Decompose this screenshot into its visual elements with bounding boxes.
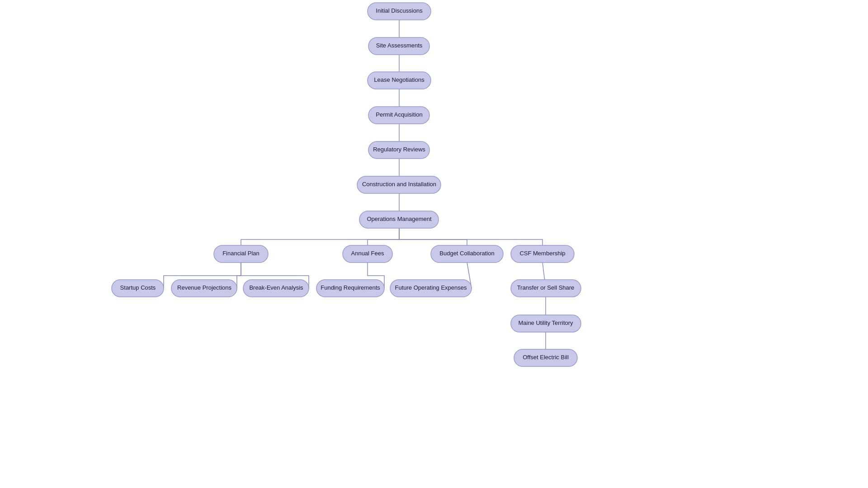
node-budget-collaboration: Budget Collaboration bbox=[431, 245, 503, 263]
node-regulatory-reviews: Regulatory Reviews bbox=[368, 141, 429, 159]
label-annual-fees: Annual Fees bbox=[351, 250, 384, 257]
label-site-assessments: Site Assessments bbox=[376, 42, 423, 49]
node-revenue-projections: Revenue Projections bbox=[171, 280, 237, 297]
connector-12 bbox=[237, 263, 241, 288]
node-annual-fees: Annual Fees bbox=[343, 245, 392, 263]
node-future-operating-expenses: Future Operating Expenses bbox=[390, 280, 472, 297]
node-transfer-sell-share: Transfer or Sell Share bbox=[511, 280, 581, 297]
label-csf-membership: CSF Membership bbox=[519, 250, 565, 257]
node-csf-membership: CSF Membership bbox=[511, 245, 574, 263]
node-maine-utility-territory: Maine Utility Territory bbox=[511, 315, 581, 332]
node-startup-costs: Startup Costs bbox=[112, 280, 164, 297]
node-permit-acquisition: Permit Acquisition bbox=[368, 107, 429, 124]
node-funding-requirements: Funding Requirements bbox=[316, 280, 384, 297]
label-initial-discussions: Initial Discussions bbox=[376, 7, 423, 14]
node-lease-negotiations: Lease Negotiations bbox=[368, 72, 431, 89]
node-initial-discussions: Initial Discussions bbox=[368, 3, 431, 20]
node-construction-installation: Construction and Installation bbox=[357, 176, 441, 193]
label-transfer-sell-share: Transfer or Sell Share bbox=[517, 284, 575, 291]
label-financial-plan: Financial Plan bbox=[222, 250, 259, 257]
label-regulatory-reviews: Regulatory Reviews bbox=[373, 146, 425, 153]
label-permit-acquisition: Permit Acquisition bbox=[376, 111, 422, 118]
node-offset-electric-bill: Offset Electric Bill bbox=[514, 349, 577, 366]
label-break-even-analysis: Break-Even Analysis bbox=[249, 284, 303, 291]
node-operations-management: Operations Management bbox=[359, 211, 439, 228]
node-site-assessments: Site Assessments bbox=[368, 38, 429, 55]
label-offset-electric-bill: Offset Electric Bill bbox=[523, 354, 569, 361]
flowchart-diagram: Initial Discussions Site Assessments Lea… bbox=[0, 0, 868, 488]
node-financial-plan: Financial Plan bbox=[214, 245, 268, 263]
node-break-even-analysis: Break-Even Analysis bbox=[243, 280, 309, 297]
label-lease-negotiations: Lease Negotiations bbox=[374, 76, 425, 83]
label-budget-collaboration: Budget Collaboration bbox=[439, 250, 494, 257]
label-startup-costs: Startup Costs bbox=[120, 284, 156, 291]
label-construction-installation: Construction and Installation bbox=[362, 181, 436, 188]
label-operations-management: Operations Management bbox=[367, 216, 431, 222]
label-future-operating-expenses: Future Operating Expenses bbox=[395, 284, 467, 291]
label-revenue-projections: Revenue Projections bbox=[177, 284, 231, 291]
label-maine-utility-territory: Maine Utility Territory bbox=[518, 319, 573, 326]
label-funding-requirements: Funding Requirements bbox=[321, 284, 380, 291]
